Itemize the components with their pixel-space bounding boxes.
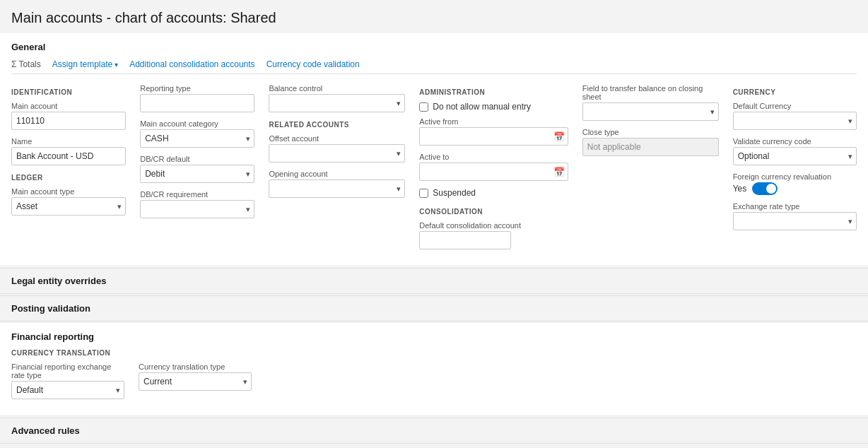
db-cr-default-field: DB/CR default Debit Credit [140, 155, 254, 183]
default-consolidation-field: Default consolidation account [419, 221, 568, 249]
foreign-currency-toggle-row: Yes [733, 182, 857, 195]
opening-account-label: Opening account [269, 170, 405, 178]
db-cr-default-select[interactable]: Debit Credit [140, 165, 254, 183]
balance-control-label: Balance control [269, 84, 405, 93]
name-label: Name [11, 137, 126, 146]
exchange-rate-type-field: Exchange rate type [733, 202, 857, 230]
active-to-input[interactable] [419, 163, 568, 181]
db-cr-requirement-select[interactable] [140, 200, 254, 218]
currency-section-label: CURRENCY [733, 88, 857, 96]
offset-account-field: Offset account [269, 134, 405, 163]
toolbar: Σ Totals Assign template ▾ Additional co… [11, 59, 857, 74]
db-cr-default-wrapper: Debit Credit [140, 165, 254, 183]
general-section: General Σ Totals Assign template ▾ Addit… [0, 33, 868, 265]
currency-code-button[interactable]: Currency code validation [266, 59, 360, 69]
db-cr-requirement-wrapper [140, 200, 254, 218]
assign-template-button[interactable]: Assign template ▾ [52, 59, 118, 69]
main-account-category-select[interactable]: CASH [140, 129, 254, 148]
exchange-rate-type-label: Exchange rate type [733, 202, 857, 211]
financial-reporting-grid: Financial reporting exchange rate type D… [11, 362, 857, 406]
field-transfer-wrapper [582, 102, 719, 121]
currency-column: CURRENCY Default Currency Validate curre… [733, 84, 857, 237]
active-from-wrapper: 📅 [419, 127, 568, 146]
sigma-icon: Σ [11, 59, 16, 69]
related-accounts-label: RELATED ACCOUNTS [269, 121, 405, 129]
foreign-currency-toggle[interactable] [752, 182, 778, 195]
currency-translation-type-select[interactable]: Current Historical Average [139, 372, 252, 391]
close-type-field: Close type Not applicable [582, 128, 719, 156]
active-from-input[interactable] [419, 127, 568, 146]
do-not-allow-label[interactable]: Do not allow manual entry [433, 102, 531, 112]
active-to-label: Active to [419, 153, 568, 161]
close-type-value: Not applicable [582, 138, 719, 156]
validate-currency-select[interactable]: Optional Required Not allowed [733, 147, 857, 165]
totals-button[interactable]: Σ Totals [11, 59, 41, 69]
suspended-checkbox[interactable] [419, 189, 428, 198]
offset-account-label: Offset account [269, 134, 405, 143]
active-from-label: Active from [419, 117, 568, 126]
opening-account-field: Opening account [269, 170, 405, 198]
fin-exchange-rate-select[interactable]: Default Budget Custom [11, 381, 124, 399]
do-not-allow-checkbox[interactable] [419, 102, 428, 112]
default-consolidation-input[interactable] [419, 231, 511, 249]
suspended-label[interactable]: Suspended [433, 188, 476, 198]
consolidation-label: CONSOLIDATION [419, 208, 568, 216]
chevron-down-icon: ▾ [115, 61, 118, 69]
main-account-type-select[interactable]: Asset Liability Equity Revenue Expense [11, 197, 126, 216]
posting-validation-section[interactable]: Posting validation [0, 295, 868, 322]
default-currency-wrapper [733, 112, 857, 130]
currency-translation-label: CURRENCY TRANSLATION [11, 349, 857, 357]
calendar-icon-2[interactable]: 📅 [553, 167, 565, 177]
reporting-column: Reporting type Main account category CAS… [140, 84, 254, 225]
name-input[interactable] [11, 147, 126, 165]
identification-column: IDENTIFICATION Main account Name LEDGER … [11, 84, 126, 223]
reporting-type-input[interactable] [140, 94, 254, 112]
foreign-currency-field: Foreign currency revaluation Yes [733, 172, 857, 195]
identification-label: IDENTIFICATION [11, 88, 126, 96]
main-account-category-field: Main account category CASH [140, 119, 254, 148]
active-to-field: Active to 📅 [419, 153, 568, 181]
currency-translation-type-wrapper: Current Historical Average [139, 372, 252, 391]
field-transfer-column: Field to transfer balance on closing she… [582, 84, 719, 163]
opening-account-wrapper [269, 179, 405, 198]
exchange-rate-type-select[interactable] [733, 212, 857, 230]
foreign-currency-yes-label: Yes [733, 184, 747, 194]
default-currency-label: Default Currency [733, 102, 857, 110]
main-account-input[interactable] [11, 112, 126, 130]
suspended-row: Suspended [419, 188, 568, 198]
db-cr-requirement-label: DB/CR requirement [140, 190, 254, 199]
offset-account-select[interactable] [269, 144, 405, 163]
field-transfer-field: Field to transfer balance on closing she… [582, 84, 719, 121]
field-transfer-label: Field to transfer balance on closing she… [582, 84, 719, 101]
close-type-label: Close type [582, 128, 719, 136]
validate-currency-wrapper: Optional Required Not allowed [733, 147, 857, 165]
ledger-label: LEDGER [11, 174, 126, 182]
default-consolidation-label: Default consolidation account [419, 221, 568, 230]
fin-exchange-rate-field: Financial reporting exchange rate type D… [11, 362, 124, 399]
db-cr-requirement-field: DB/CR requirement [140, 190, 254, 218]
additional-consolidation-button[interactable]: Additional consolidation accounts [129, 59, 254, 69]
validate-currency-label: Validate currency code [733, 137, 857, 146]
balance-control-select[interactable] [269, 94, 405, 112]
currency-translation-type-field: Currency translation type Current Histor… [139, 362, 252, 391]
opening-account-select[interactable] [269, 179, 405, 198]
exchange-rate-type-wrapper [733, 212, 857, 230]
field-transfer-select[interactable] [582, 102, 719, 121]
reporting-type-field: Reporting type [140, 84, 254, 112]
administration-column: ADMINISTRATION Do not allow manual entry… [419, 84, 568, 257]
posting-validation-header: Posting validation [11, 303, 857, 314]
administration-label: ADMINISTRATION [419, 88, 568, 96]
advanced-rules-section[interactable]: Advanced rules [0, 418, 868, 444]
financial-reporting-section: Financial reporting CURRENCY TRANSLATION… [0, 323, 868, 415]
active-to-wrapper: 📅 [419, 163, 568, 181]
currency-translation-type-col: Currency translation type Current Histor… [139, 362, 252, 398]
balance-control-field: Balance control [269, 84, 405, 112]
default-currency-select[interactable] [733, 112, 857, 130]
foreign-currency-label: Foreign currency revaluation [733, 172, 857, 181]
form-layout: IDENTIFICATION Main account Name LEDGER … [11, 84, 857, 257]
main-account-label: Main account [11, 102, 126, 110]
calendar-icon[interactable]: 📅 [553, 131, 565, 142]
legal-entity-section[interactable]: Legal entity overrides [0, 268, 868, 294]
balance-control-wrapper [269, 94, 405, 112]
db-cr-default-label: DB/CR default [140, 155, 254, 163]
